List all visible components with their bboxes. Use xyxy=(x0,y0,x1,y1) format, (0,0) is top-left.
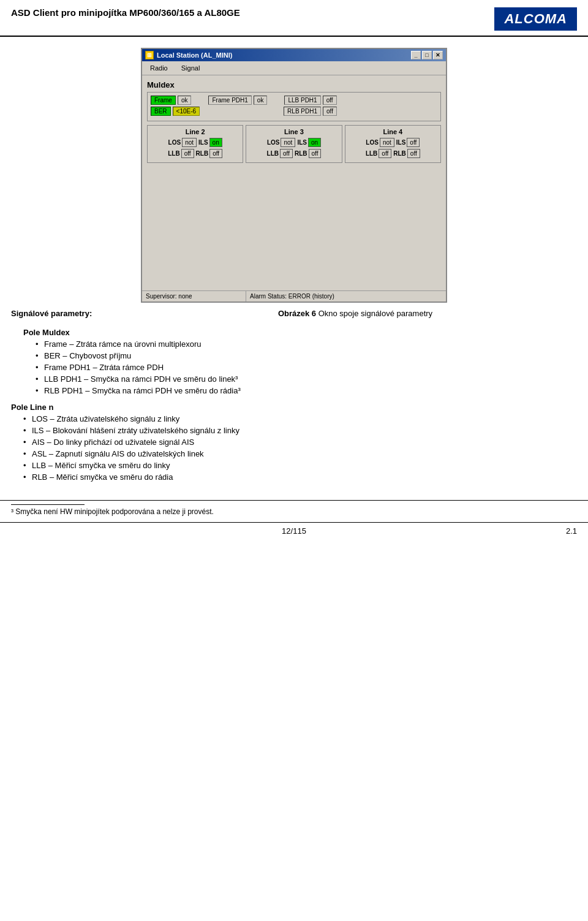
frame-pdh1-label: Frame PDH1 xyxy=(208,96,251,105)
minimize-button[interactable]: _ xyxy=(411,51,421,59)
line4-llb-label: LLB xyxy=(366,150,377,157)
win-menubar: Radio Signal xyxy=(142,61,446,75)
line4-ils-val: off xyxy=(407,138,420,147)
signalove-title: Signálové parametry: xyxy=(11,309,92,318)
line3-llb-val: off xyxy=(280,149,293,158)
muldex-label: Muldex xyxy=(147,80,441,89)
figure-caption-center: Obrázek 6 Okno spoje signálové parametry xyxy=(134,309,577,318)
line2-row2: LLB off RLB off xyxy=(150,149,240,158)
win-titlebar-icon: ⊞ xyxy=(145,51,154,59)
list-item: AIS – Do linky přichází od uživatele sig… xyxy=(23,438,577,447)
lines-container: Line 2 LOS not ILS on xyxy=(147,125,441,163)
line4-block: Line 4 LOS not ILS off xyxy=(345,125,441,163)
line4-llb: LLB off xyxy=(366,149,391,158)
line2-rlb-label: RLB xyxy=(196,150,209,157)
line2-ils-val: on xyxy=(209,138,222,147)
list-item: RLB PDH1 – Smyčka na rámci PDH ve směru … xyxy=(36,386,577,395)
line3-los-val: not xyxy=(281,138,295,147)
figure-row: Signálové parametry: Obrázek 6 Okno spoj… xyxy=(11,309,577,318)
llb-pdh1-status: off xyxy=(323,96,337,105)
list-item: LLB – Měřicí smyčka ve směru do linky xyxy=(23,461,577,470)
pole-muldex-section: Pole Muldex Frame – Ztráta rámce na úrov… xyxy=(11,328,577,395)
frame-status: ok xyxy=(178,96,192,105)
line4-title: Line 4 xyxy=(348,128,438,135)
line4-ils: ILS off xyxy=(396,138,420,147)
line2-los-label: LOS xyxy=(168,139,181,146)
line3-title: Line 3 xyxy=(249,128,339,135)
llb-pdh1-label: LLB PDH1 xyxy=(284,96,320,105)
footnote-text: ³ Smyčka není HW minipojítek podporována… xyxy=(11,507,577,516)
win-controls[interactable]: _ □ ✕ xyxy=(411,51,443,59)
line4-los: LOS not xyxy=(366,138,394,147)
frame-pdh1-status: ok xyxy=(254,96,268,105)
menu-signal[interactable]: Signal xyxy=(176,63,206,74)
pole-line-title-row: Pole Line n xyxy=(11,403,577,412)
muldex-row-2: BER <10E-6 RLB PDH1 off xyxy=(151,107,437,116)
line2-row1: LOS not ILS on xyxy=(150,138,240,147)
win-body: Muldex Frame ok Frame PDH1 ok xyxy=(142,75,446,290)
menu-radio[interactable]: Radio xyxy=(145,63,173,74)
pole-muldex-indent: Pole Muldex Frame – Ztráta rámce na úrov… xyxy=(23,328,577,395)
empty-area xyxy=(147,163,441,286)
line2-ils: ILS on xyxy=(198,138,222,147)
line4-rlb: RLB off xyxy=(393,149,420,158)
line3-llb: LLB off xyxy=(267,149,293,158)
page-title: ASD Client pro minipojítka MP600/360/165… xyxy=(11,7,240,18)
list-item: BER – Chybovost příjmu xyxy=(36,351,577,360)
line4-los-label: LOS xyxy=(366,139,379,146)
line3-row2: LLB off RLB off xyxy=(249,149,339,158)
statusbar-supervisor: Supervisor: none xyxy=(142,291,246,301)
figure-caption-desc: Okno spoje signálové parametry xyxy=(318,309,432,318)
line3-row1: LOS not ILS on xyxy=(249,138,339,147)
restore-button[interactable]: □ xyxy=(422,51,432,59)
line4-rlb-val: off xyxy=(407,149,420,158)
line4-llb-val: off xyxy=(379,149,391,158)
pole-line-section: Pole Line n LOS – Ztráta uživatelského s… xyxy=(11,403,577,482)
footnote-line xyxy=(11,504,85,505)
line2-llb: LLB off xyxy=(168,149,194,158)
muldex-box: Frame ok Frame PDH1 ok LLB PDH1 xyxy=(147,92,441,121)
muldex-frame-cell: Frame ok xyxy=(151,96,191,105)
list-item: ASL – Zapnutí signálu AIS do uživatelský… xyxy=(23,449,577,458)
line3-rlb: RLB off xyxy=(295,149,322,158)
line3-ils-val: on xyxy=(308,138,321,147)
pole-muldex-title: Pole Muldex xyxy=(23,328,577,337)
line3-rlb-val: off xyxy=(309,149,322,158)
section-title-left: Signálové parametry: xyxy=(11,309,134,318)
list-item: ILS – Blokování hlášení ztráty uživatels… xyxy=(23,426,577,435)
line2-ils-label: ILS xyxy=(198,139,208,146)
line2-rlb: RLB off xyxy=(196,149,223,158)
page-header: ASD Client pro minipojítka MP600/360/165… xyxy=(0,0,588,37)
list-item: RLB – Měřicí smyčka ve směru do rádia xyxy=(23,472,577,482)
line2-los-val: not xyxy=(182,138,197,147)
statusbar-alarm: Alarm Status: ERROR (history) xyxy=(246,291,446,301)
list-item: Frame – Ztráta rámce na úrovni multiplex… xyxy=(36,339,577,349)
line4-row2: LLB off RLB off xyxy=(348,149,438,158)
main-content: ⊞ Local Station (AL_MINI) _ □ ✕ Radio Si… xyxy=(0,37,588,482)
line3-rlb-label: RLB xyxy=(295,150,307,157)
line4-row1: LOS not ILS off xyxy=(348,138,438,147)
footer-version: 2.1 xyxy=(566,526,577,536)
page-number: 12/115 xyxy=(282,526,306,536)
footnote-area: ³ Smyčka není HW minipojítek podporována… xyxy=(0,500,588,516)
line3-ils: ILS on xyxy=(297,138,321,147)
list-item: Frame PDH1 – Ztráta rámce PDH xyxy=(36,363,577,372)
muldex-ber-cell: BER <10E-6 xyxy=(151,107,200,116)
line4-los-val: not xyxy=(380,138,394,147)
line2-rlb-val: off xyxy=(209,149,222,158)
close-button[interactable]: ✕ xyxy=(433,51,443,59)
muldex-rlb-pdh1-cell: RLB PDH1 off xyxy=(284,107,337,116)
line2-title: Line 2 xyxy=(150,128,240,135)
pole-muldex-list: Frame – Ztráta rámce na úrovni multiplex… xyxy=(36,339,577,395)
ber-value: <10E-6 xyxy=(173,107,200,116)
muldex-row-1: Frame ok Frame PDH1 ok LLB PDH1 xyxy=(151,96,437,105)
pole-line-title: Pole Line n xyxy=(11,403,53,412)
rlb-pdh1-status: off xyxy=(323,107,337,116)
screenshot-area: ⊞ Local Station (AL_MINI) _ □ ✕ Radio Si… xyxy=(11,48,577,303)
line4-ils-label: ILS xyxy=(396,139,406,146)
logo: ALCOMA xyxy=(494,7,577,31)
line4-rlb-label: RLB xyxy=(393,150,406,157)
line2-llb-label: LLB xyxy=(168,150,179,157)
line3-los: LOS not xyxy=(267,138,295,147)
line2-block: Line 2 LOS not ILS on xyxy=(147,125,243,163)
